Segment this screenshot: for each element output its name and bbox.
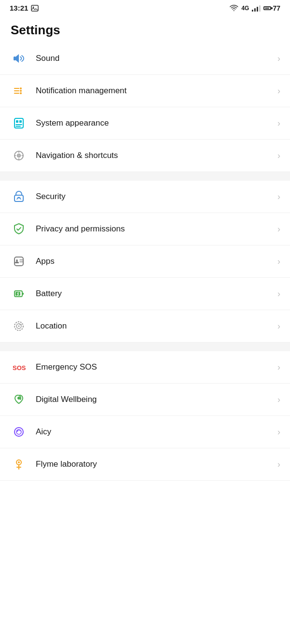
flyme-icon [10,455,28,473]
svg-point-22 [18,197,19,198]
wellbeing-label: Digital Wellbeing [36,395,274,404]
svg-point-8 [20,92,22,94]
apps-icon [10,252,28,271]
wellbeing-chevron: › [277,395,280,405]
sidebar-item-battery[interactable]: Battery › [0,278,290,310]
sos-label: Emergency SOS [36,362,274,372]
appearance-chevron: › [277,118,280,129]
sidebar-item-flyme[interactable]: Flyme laboratory › [0,448,290,481]
svg-text:SOS: SOS [13,364,26,372]
svg-point-4 [20,87,22,89]
wifi-icon [230,5,238,12]
svg-point-35 [14,428,23,436]
notification-chevron: › [277,86,280,96]
sidebar-item-notification[interactable]: Notification management › [0,75,290,107]
notification-icon [10,82,28,100]
section-divider-1 [0,172,290,181]
section-display: Sound › Notification management › [0,43,290,172]
aicy-icon [10,423,28,441]
svg-rect-2 [14,57,16,60]
network-type: 4G [241,5,249,12]
svg-point-34 [17,397,20,400]
time: 13:21 [10,4,28,12]
location-chevron: › [277,321,280,331]
svg-rect-23 [14,257,23,266]
battery-label: Battery [36,289,274,299]
sound-icon [10,49,28,68]
battery-icon [263,6,271,10]
sidebar-item-sound[interactable]: Sound › [0,43,290,75]
privacy-chevron: › [277,224,280,234]
status-right: 4G 77 [230,4,280,12]
page-title: Settings [0,14,290,43]
svg-rect-11 [19,120,22,123]
section-security: Security › Privacy and permissions › App… [0,181,290,343]
svg-point-24 [16,259,18,261]
navigation-icon [10,146,28,165]
section-divider-2 [0,343,290,351]
status-left: 13:21 [10,4,39,12]
sidebar-item-location[interactable]: Location › [0,310,290,343]
navigation-label: Navigation & shortcuts [36,151,274,160]
image-icon [31,5,39,12]
location-label: Location [36,321,274,331]
apps-chevron: › [277,257,280,267]
svg-point-1 [33,6,34,8]
appearance-label: System appearance [36,118,274,128]
battery-container: 77 [263,4,280,12]
sidebar-item-wellbeing[interactable]: Digital Wellbeing › [0,384,290,416]
svg-rect-21 [14,195,23,201]
sos-icon: SOS [10,358,28,376]
navigation-chevron: › [277,151,280,161]
section-misc: SOS Emergency SOS › Digital Wellbeing › [0,351,290,481]
svg-rect-10 [16,120,18,123]
security-chevron: › [277,192,280,202]
svg-point-6 [20,90,22,92]
sidebar-item-aicy[interactable]: Aicy › [0,416,290,448]
flyme-label: Flyme laboratory [36,459,274,469]
svg-point-39 [18,461,20,463]
svg-point-32 [18,326,20,327]
svg-point-16 [18,155,20,157]
battery-level: 77 [273,4,280,12]
appearance-icon [10,114,28,132]
sound-label: Sound [36,54,274,63]
svg-rect-28 [22,293,24,295]
privacy-label: Privacy and permissions [36,224,274,234]
signal-bars [252,5,261,12]
sidebar-item-privacy[interactable]: Privacy and permissions › [0,213,290,245]
svg-rect-0 [31,5,38,11]
aicy-chevron: › [277,427,280,437]
sound-chevron: › [277,54,280,64]
sidebar-item-security[interactable]: Security › [0,181,290,213]
apps-label: Apps [36,257,274,266]
privacy-icon [10,220,28,238]
sidebar-item-appearance[interactable]: System appearance › [0,107,290,140]
wellbeing-icon [10,390,28,409]
battery-chevron: › [277,289,280,299]
sidebar-item-emergency-sos[interactable]: SOS Emergency SOS › [0,351,290,384]
sidebar-item-navigation[interactable]: Navigation & shortcuts › [0,140,290,172]
sidebar-item-apps[interactable]: Apps › [0,245,290,278]
aicy-label: Aicy [36,427,274,437]
battery-settings-icon [10,285,28,303]
flyme-chevron: › [277,459,280,470]
security-label: Security [36,192,274,201]
security-icon [10,187,28,206]
status-bar: 13:21 4G 77 [0,0,290,14]
sos-chevron: › [277,362,280,372]
location-icon [10,317,28,335]
notification-label: Notification management [36,86,274,96]
